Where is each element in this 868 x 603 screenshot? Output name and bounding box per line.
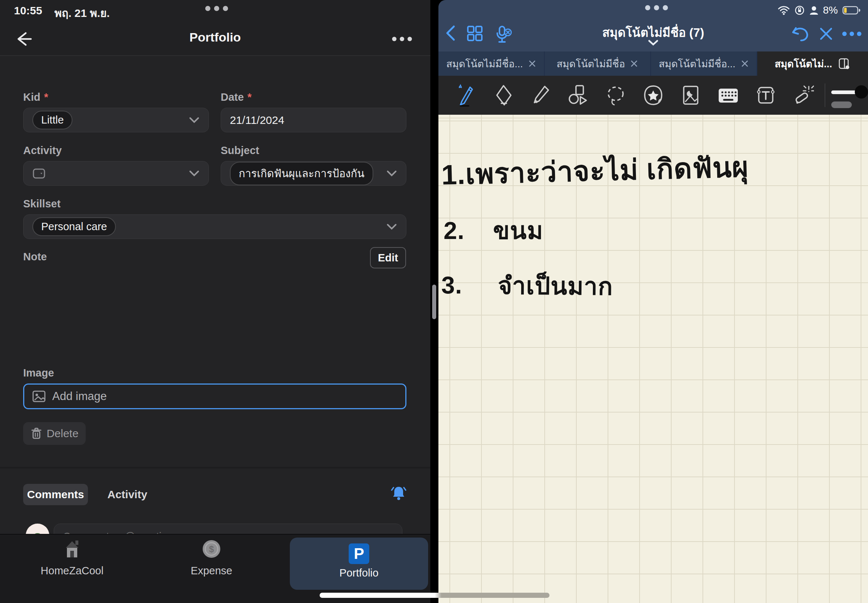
activity-label: Activity [23, 144, 62, 157]
note-empty-area[interactable] [23, 276, 407, 360]
skillset-value-chip[interactable]: Personal care [32, 217, 116, 236]
note-label: Note [23, 251, 47, 263]
orientation-lock-icon [794, 5, 805, 15]
toolbar-separator [825, 83, 825, 107]
subject-select[interactable]: การเกิดฟันผุและการป้องกัน [221, 161, 407, 186]
tool-photo[interactable] [672, 79, 710, 112]
more-options-icon[interactable] [392, 37, 412, 41]
section-divider [0, 467, 430, 468]
date-label: Date* [221, 91, 252, 103]
required-asterisk: * [44, 91, 48, 103]
stroke-style-widget[interactable] [828, 79, 868, 112]
delete-label: Delete [47, 427, 79, 440]
kid-label: Kid* [23, 91, 48, 103]
chevron-down-icon [189, 116, 200, 124]
tab-close-icon[interactable] [630, 60, 638, 68]
coin-icon: $ [201, 538, 222, 560]
kid-value-chip[interactable]: Little [32, 111, 73, 130]
battery-percent: 8% [823, 5, 838, 16]
subject-label: Subject [221, 144, 259, 157]
tabbar-item-homezacool[interactable]: HomeZaCool [17, 538, 127, 577]
date-field[interactable]: 21/11/2024 [221, 108, 407, 132]
tool-text-box[interactable] [747, 79, 784, 112]
notification-bell-icon[interactable] [389, 484, 408, 503]
subject-value-chip[interactable]: การเกิดฟันผุและการป้องกัน [230, 162, 373, 185]
home-indicator-bar[interactable] [320, 593, 549, 598]
chevron-down-icon [189, 170, 200, 177]
portfolio-logo-icon: P [349, 543, 369, 564]
tabbar-item-expense[interactable]: $ Expense [156, 538, 267, 577]
multitask-dots-icon[interactable] [205, 6, 228, 11]
tool-eraser[interactable] [485, 79, 522, 112]
person-icon [809, 5, 819, 15]
add-image-button[interactable]: Add image [23, 383, 407, 409]
house-icon [61, 538, 84, 560]
clock-time: 10:55 [14, 5, 42, 17]
page-title: Portfolio [0, 30, 430, 45]
tab-comments[interactable]: Comments [23, 484, 88, 505]
add-image-text: Add image [52, 390, 107, 403]
close-x-icon[interactable] [818, 26, 834, 42]
page-panel-icon [838, 57, 850, 70]
notebook-tab-3[interactable]: สมุดโน้ตไม่มีชื่อ... [651, 51, 757, 76]
tab-close-icon[interactable] [741, 60, 749, 68]
skillset-label: Skillset [23, 198, 61, 210]
right-status-cluster: 8% [778, 5, 861, 16]
tool-shapes[interactable] [559, 79, 597, 112]
notes-nav-bar: 8% สมุดโน้ตไม่มีชื่อ (7) [438, 0, 868, 51]
kid-select[interactable]: Little [23, 108, 209, 132]
multitask-dots-icon[interactable] [645, 5, 668, 10]
required-asterisk: * [248, 91, 252, 103]
tabbar-item-portfolio-active[interactable]: P Portfolio [290, 538, 428, 590]
tool-highlighter[interactable] [522, 79, 560, 112]
title-chevron-down-icon[interactable] [647, 40, 659, 46]
drawing-toolbar [438, 76, 868, 115]
delete-button[interactable]: Delete [23, 422, 86, 445]
svg-text:$: $ [209, 544, 214, 554]
stroke-width-bar[interactable] [831, 102, 852, 108]
status-date: พฤ. 21 พ.ย. [54, 5, 110, 22]
handwriting-line-2: 2. ขนม [444, 211, 543, 250]
split-view-drag-handle[interactable] [432, 284, 436, 319]
handwriting-line-3: 3. จำเป็นมาก [441, 266, 613, 306]
date-value: 21/11/2024 [230, 114, 284, 127]
image-label: Image [23, 367, 54, 379]
notebook-tab-2[interactable]: สมุดโน้ตไม่มีชื่อ [545, 51, 651, 76]
notes-app-pane: 8% สมุดโน้ตไม่มีชื่อ (7) สมุดโน้ตไม่มีชื… [438, 0, 868, 603]
left-status-bar: 10:55 พฤ. 21 พ.ย. [0, 0, 430, 22]
screen: 10:55 พฤ. 21 พ.ย. Portfolio Kid* Date* L… [0, 0, 868, 603]
edit-note-button[interactable]: Edit [370, 247, 406, 268]
tab-activity[interactable]: Activity [107, 488, 147, 501]
tool-keyboard[interactable] [710, 79, 747, 112]
portfolio-app-pane: 10:55 พฤ. 21 พ.ย. Portfolio Kid* Date* L… [0, 0, 430, 603]
tool-bluetooth-pen[interactable] [447, 79, 485, 112]
handwriting-line-1: 1.เพราะว่าจะไม่ เกิดฟันผุ [441, 144, 749, 197]
activity-select[interactable] [23, 161, 209, 186]
notebook-tab-4-active[interactable]: สมุดโน้ตไม่... [757, 51, 868, 76]
note-canvas[interactable]: 1.เพราะว่าจะไม่ เกิดฟันผุ 2. ขนม 3. จำเป… [438, 115, 868, 603]
battery-icon [842, 6, 861, 15]
image-icon [32, 389, 46, 404]
undo-icon[interactable] [791, 24, 811, 43]
notebook-tab-1[interactable]: สมุดโน้ตไม่มีชื่อ... [438, 51, 545, 76]
skillset-select[interactable]: Personal care [23, 214, 407, 239]
chevron-down-icon [386, 223, 397, 230]
tool-stickers[interactable] [634, 79, 672, 112]
more-options-icon[interactable] [842, 31, 862, 37]
notebook-tab-strip: สมุดโน้ตไม่มีชื่อ... สมุดโน้ตไม่มีชื่อ ส… [438, 51, 868, 76]
activity-placeholder-icon [32, 168, 46, 179]
tab-close-icon[interactable] [528, 60, 536, 68]
chevron-down-icon [386, 170, 397, 177]
stroke-preview-line [831, 90, 858, 94]
trash-icon [31, 427, 42, 440]
thumbnails-grid-icon[interactable] [466, 24, 484, 43]
back-chevron-icon[interactable] [444, 24, 457, 42]
portfolio-header: Portfolio [0, 22, 430, 56]
wifi-icon [778, 6, 790, 15]
tool-laser-pointer[interactable] [784, 79, 822, 112]
tool-lasso[interactable] [597, 79, 634, 112]
stroke-color-swatch[interactable] [855, 85, 868, 99]
